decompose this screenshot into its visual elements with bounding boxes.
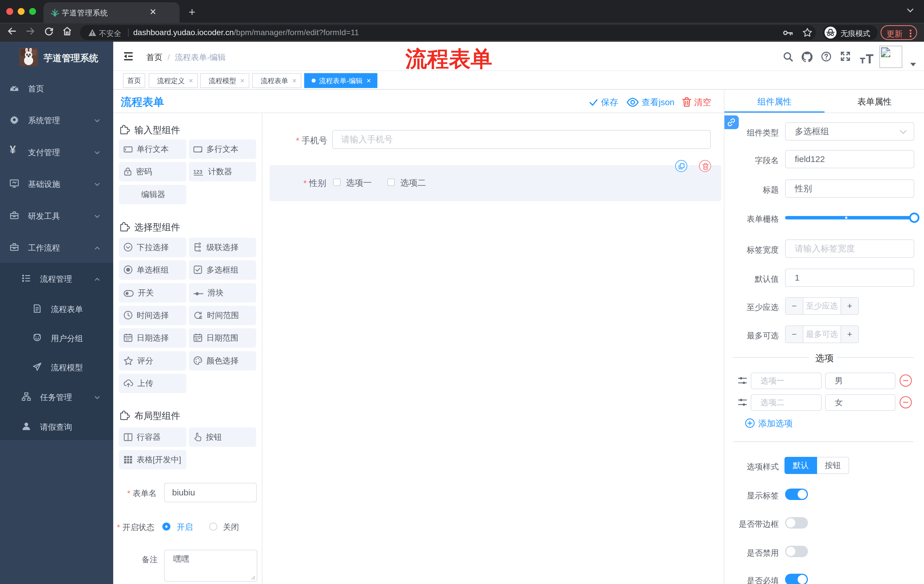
- svg-text:123: 123: [193, 169, 202, 175]
